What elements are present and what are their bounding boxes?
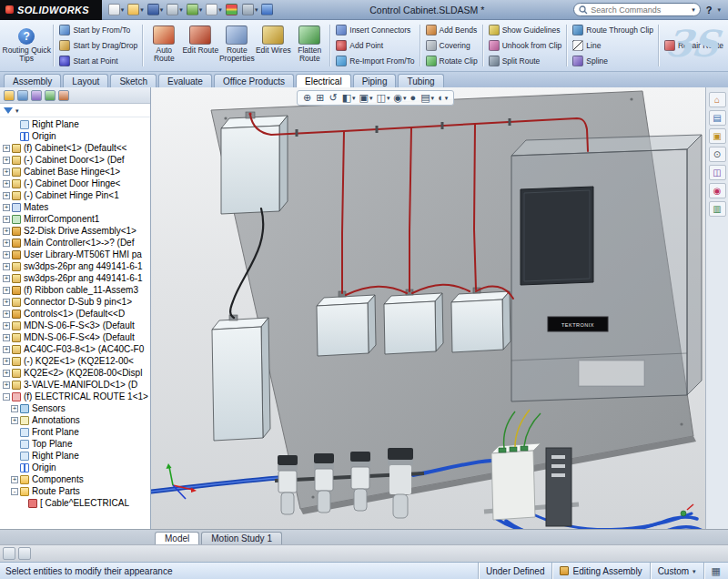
dropdown-chevron-icon[interactable]: ▾ [352, 95, 356, 101]
ribbon-button[interactable]: Start at Point [56, 54, 140, 68]
dropdown-chevron-icon[interactable]: ▾ [160, 6, 164, 13]
design-library-icon[interactable]: ▤ [709, 110, 726, 126]
titlebar-tool[interactable]: ▾ [205, 3, 223, 16]
ribbon-big-button[interactable]: Flatten Route [291, 22, 328, 69]
ribbon-button[interactable]: Spline [570, 54, 656, 68]
tree-expander[interactable] [3, 216, 10, 223]
commandmanager-tab[interactable]: Tubing [398, 74, 443, 87]
commandmanager-tab[interactable]: Piping [353, 74, 397, 87]
instrument-device[interactable]: TEKTRONIX [548, 317, 608, 331]
ribbon-big-button[interactable]: Edit Wires [255, 22, 291, 69]
ribbon-button[interactable]: Route Through Clip [570, 23, 656, 37]
dropdown-chevron-icon[interactable]: ▾ [179, 6, 183, 13]
titlebar-tool[interactable]: ▾ [107, 3, 126, 16]
component-box-middle-3[interactable] [451, 288, 511, 352]
tree-item[interactable]: (-) Cabinet Door Hinge< [0, 178, 150, 189]
titlebar-tool[interactable]: ▾ [147, 3, 165, 16]
tree-expander[interactable] [3, 192, 10, 199]
hud-icon[interactable]: ⊕ [303, 92, 312, 104]
tree-item[interactable]: MDN-S-06-F-S<4> (Default [0, 331, 150, 343]
view-palette-icon[interactable]: ◫ [709, 165, 726, 180]
tree-item[interactable]: 3-VALVE-MANIFOLD<1> (D [0, 379, 150, 391]
tree-item[interactable]: Right Plane [0, 118, 150, 130]
commandmanager-tab[interactable]: Office Products [214, 74, 294, 87]
ribbon-button[interactable]: Split Route [486, 54, 565, 68]
dropdown-chevron-icon[interactable]: ▾ [369, 95, 373, 101]
tree-item[interactable]: Route Parts [0, 485, 150, 497]
ribbon-button[interactable]: Re-Import From/To [333, 54, 417, 68]
tree-expander[interactable] [3, 346, 10, 353]
hud-icon[interactable]: ◉ ▾ [393, 92, 406, 104]
component-box-top-left[interactable] [221, 112, 288, 214]
tree-expander[interactable] [3, 228, 10, 235]
enclosure-cabinet[interactable]: TEKTRONIX [511, 135, 702, 401]
tree-expander[interactable] [3, 310, 10, 318]
hud-icon[interactable]: ◧ ▾ [342, 92, 356, 104]
hud-icon[interactable]: ⊞ [316, 92, 325, 104]
tree-expander[interactable] [3, 263, 10, 270]
regulator-unit[interactable] [388, 448, 413, 518]
solidworks-resources-icon[interactable]: ⌂ [709, 92, 726, 107]
tree-item[interactable]: (f) ELECTRICAL ROUTE 1<1> [0, 391, 150, 402]
tree-expander[interactable] [3, 299, 10, 306]
tree-item[interactable]: Top Plane [0, 438, 150, 450]
tree-item[interactable]: S2-Disk Drive Assembly<1> [0, 225, 150, 237]
titlebar-tool[interactable]: ▾ [241, 3, 259, 16]
tree-expander[interactable] [3, 370, 10, 377]
ribbon-button[interactable]: Unhook from Clip [486, 38, 565, 53]
model-tab[interactable]: Motion Study 1 [201, 532, 282, 544]
chevron-down-icon[interactable]: ▾ [717, 6, 721, 13]
tree-item[interactable]: KQ2E<2> (KQ2E08-00<Displ [0, 367, 150, 379]
tree-expander[interactable] [11, 417, 18, 424]
featuremanager-design-tree-icon[interactable] [4, 90, 15, 101]
ribbon-big-button[interactable]: Edit Route [182, 22, 218, 69]
tree-expander[interactable] [3, 145, 10, 152]
tree-expander[interactable] [3, 393, 10, 401]
ribbon-button[interactable]: Start by From/To [56, 23, 140, 37]
ribbon-button[interactable]: Add Point [333, 38, 417, 53]
tree-item[interactable]: (-) Cabinet Door<1> (Def [0, 154, 150, 166]
tree-item[interactable]: MirrorComponent1 [0, 213, 150, 225]
tree-expander[interactable] [3, 204, 10, 211]
titlebar-tool[interactable]: ▾ [186, 3, 204, 16]
dropdown-chevron-icon[interactable]: ▾ [121, 6, 125, 13]
configuration-selector[interactable]: Custom ▾ [650, 563, 703, 579]
tree-expander[interactable] [3, 239, 10, 247]
tree-item[interactable]: Right Plane [0, 450, 150, 462]
tree-item[interactable]: Connector D-Sub 9 pin<1> [0, 296, 150, 308]
commandmanager-tab[interactable]: Electrical [296, 74, 351, 87]
tree-item[interactable]: (f) Cabinet<1> (Default<< [0, 142, 150, 154]
ribbon-big-button[interactable]: Route Properties [218, 22, 255, 69]
tree-item[interactable]: Components [0, 473, 150, 485]
filter-unit[interactable] [278, 455, 298, 514]
hud-icon[interactable]: ↺ [329, 92, 338, 104]
search-icon[interactable]: ⊙ [709, 147, 726, 162]
filter-icon[interactable] [4, 107, 13, 114]
tree-expander[interactable] [3, 157, 10, 164]
tree-item[interactable]: AC40C-F03-8<1> (AC40C-F0 [0, 343, 150, 355]
tree-expander[interactable] [3, 168, 10, 176]
grid-icon[interactable]: ▦ [712, 565, 721, 577]
titlebar-tool[interactable]: ▾ [166, 3, 184, 16]
ribbon-button[interactable]: Insert Connectors [333, 23, 417, 37]
help-icon[interactable]: ? [706, 5, 713, 15]
tree-expander[interactable] [3, 251, 10, 259]
ribbon-button[interactable]: Repair Route [662, 38, 726, 53]
model-tab[interactable]: Model [155, 532, 199, 544]
hud-icon[interactable]: ◫ ▾ [377, 92, 390, 104]
component-box-middle-1[interactable] [317, 291, 376, 356]
tree-item[interactable]: Sensors [0, 402, 150, 414]
configurationmanager-icon[interactable] [31, 90, 42, 101]
tree-item[interactable]: [ Cable^ELECTRICAL [0, 497, 150, 509]
dropdown-chevron-icon[interactable]: ▾ [387, 95, 390, 101]
tree-item[interactable]: sw3dps-26pr ang 449141-6-1 [0, 272, 150, 284]
tree-item[interactable]: MDN-S-06-F-S<3> (Default [0, 320, 150, 331]
tree-item[interactable]: (-) KQ2E<1> (KQ2E12-00< [0, 355, 150, 367]
ribbon-button[interactable]: Line [570, 38, 656, 53]
hud-icon[interactable]: ◐ ▾ [438, 92, 448, 104]
ribbon-button[interactable]: Show Guidelines [486, 23, 565, 37]
tree-expander[interactable] [3, 180, 10, 188]
hud-icon[interactable]: ▣ ▾ [359, 92, 373, 104]
dock-toolbar-icon[interactable] [3, 547, 15, 560]
dropdown-chevron-icon[interactable]: ▾ [218, 6, 222, 13]
